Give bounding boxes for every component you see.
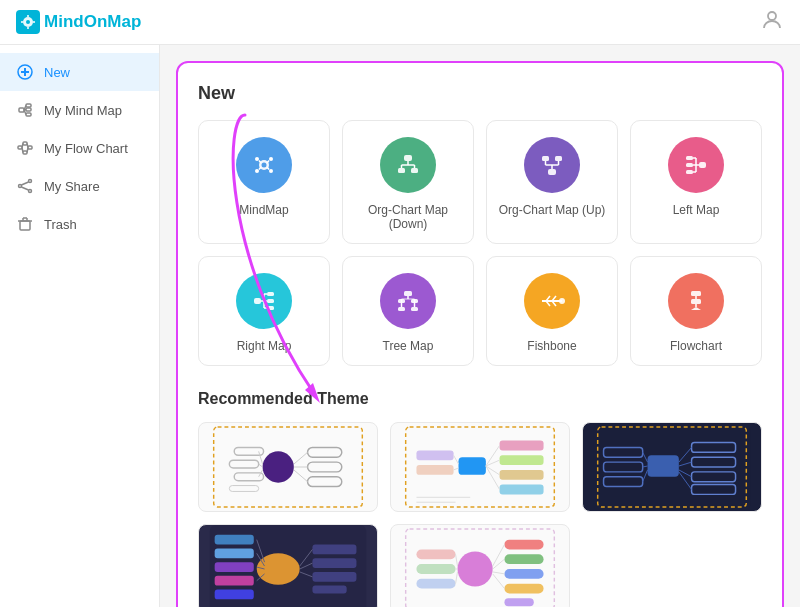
svg-rect-151 xyxy=(215,548,254,558)
svg-rect-60 xyxy=(699,162,706,168)
flowchart-label: Flowchart xyxy=(670,339,722,353)
svg-rect-121 xyxy=(416,450,453,460)
svg-rect-156 xyxy=(312,558,356,568)
svg-point-37 xyxy=(262,163,267,168)
map-card-left-map[interactable]: Left Map xyxy=(630,120,762,244)
sidebar: New My Mind Map xyxy=(0,45,160,607)
logo-text: MindOnMap xyxy=(44,12,141,32)
content-panel: New xyxy=(176,61,784,607)
svg-point-94 xyxy=(559,298,565,304)
svg-rect-154 xyxy=(215,590,254,600)
sidebar-item-new[interactable]: New xyxy=(0,53,159,91)
mindmap-icon-circle xyxy=(236,137,292,193)
map-card-org-down[interactable]: Org-Chart Map (Down) xyxy=(342,120,474,244)
svg-rect-17 xyxy=(18,146,22,149)
sidebar-item-mind-map-label: My Mind Map xyxy=(44,103,122,118)
map-card-tree-map[interactable]: Tree Map xyxy=(342,256,474,366)
svg-rect-81 xyxy=(398,307,405,311)
trash-icon xyxy=(16,215,34,233)
sidebar-item-my-flow-chart[interactable]: My Flow Chart xyxy=(0,129,159,167)
svg-point-1 xyxy=(26,20,30,24)
svg-line-180 xyxy=(456,554,458,566)
new-icon xyxy=(16,63,34,81)
right-map-icon-circle xyxy=(236,273,292,329)
svg-rect-120 xyxy=(500,485,544,495)
svg-line-24 xyxy=(27,148,28,153)
mindmap-label: MindMap xyxy=(239,203,288,217)
svg-rect-175 xyxy=(416,579,455,589)
sidebar-item-flow-chart-label: My Flow Chart xyxy=(44,141,128,156)
theme-card-2[interactable] xyxy=(390,422,570,512)
fishbone-icon-circle xyxy=(524,273,580,329)
svg-line-182 xyxy=(456,572,458,584)
svg-rect-11 xyxy=(26,104,31,107)
svg-line-128 xyxy=(454,468,459,470)
org-down-label: Org-Chart Map (Down) xyxy=(351,203,465,231)
sidebar-item-trash[interactable]: Trash xyxy=(0,205,159,243)
svg-line-178 xyxy=(493,572,505,574)
svg-line-42 xyxy=(259,161,261,164)
svg-marker-97 xyxy=(691,307,701,310)
svg-rect-48 xyxy=(411,168,418,173)
svg-line-45 xyxy=(267,167,269,170)
user-avatar-icon[interactable] xyxy=(760,8,784,37)
svg-point-27 xyxy=(19,185,22,188)
svg-rect-72 xyxy=(267,306,274,310)
svg-line-43 xyxy=(267,161,269,164)
svg-line-109 xyxy=(294,452,308,464)
new-section-title: New xyxy=(198,83,762,104)
svg-rect-47 xyxy=(398,168,405,173)
flowchart-icon-circle xyxy=(668,273,724,329)
svg-rect-46 xyxy=(404,155,412,161)
theme-card-dark2[interactable] xyxy=(198,524,378,607)
main-content: New xyxy=(160,45,800,607)
svg-point-25 xyxy=(29,180,32,183)
tree-map-icon-circle xyxy=(380,273,436,329)
map-card-fishbone[interactable]: Fishbone xyxy=(486,256,618,366)
org-up-label: Org-Chart Map (Up) xyxy=(499,203,606,217)
map-card-right-map[interactable]: Right Map xyxy=(198,256,330,366)
sidebar-item-trash-label: Trash xyxy=(44,217,77,232)
theme-card-dark[interactable] xyxy=(582,422,762,512)
svg-rect-173 xyxy=(416,549,455,559)
map-card-flowchart[interactable]: Flowchart xyxy=(630,256,762,366)
svg-line-111 xyxy=(294,470,308,482)
org-down-icon-circle xyxy=(380,137,436,193)
map-card-org-up[interactable]: Org-Chart Map (Up) xyxy=(486,120,618,244)
svg-rect-106 xyxy=(229,460,258,468)
svg-rect-19 xyxy=(23,151,27,154)
svg-rect-150 xyxy=(215,535,254,545)
svg-rect-54 xyxy=(542,156,549,161)
svg-point-26 xyxy=(29,190,32,193)
svg-rect-172 xyxy=(504,598,533,606)
sidebar-item-my-share[interactable]: My Share xyxy=(0,167,159,205)
svg-line-21 xyxy=(22,144,23,148)
svg-rect-12 xyxy=(26,108,31,111)
svg-rect-118 xyxy=(500,455,544,465)
left-map-label: Left Map xyxy=(673,203,720,217)
svg-point-39 xyxy=(269,157,273,161)
svg-rect-174 xyxy=(416,564,455,574)
svg-rect-62 xyxy=(686,163,693,167)
mind-map-icon xyxy=(16,101,34,119)
fishbone-label: Fishbone xyxy=(527,339,576,353)
svg-rect-133 xyxy=(648,455,679,477)
svg-point-38 xyxy=(255,157,259,161)
svg-rect-168 xyxy=(504,540,543,550)
app-header: MindOnMap xyxy=(0,0,800,45)
sidebar-item-share-label: My Share xyxy=(44,179,100,194)
sidebar-item-my-mind-map[interactable]: My Mind Map xyxy=(0,91,159,129)
svg-rect-104 xyxy=(308,477,342,487)
map-card-mindmap[interactable]: MindMap xyxy=(198,120,330,244)
theme-card-1[interactable] xyxy=(198,422,378,512)
svg-rect-18 xyxy=(23,142,27,145)
svg-rect-158 xyxy=(312,586,346,594)
svg-rect-171 xyxy=(504,584,543,594)
svg-rect-78 xyxy=(404,291,412,296)
theme-card-light3[interactable] xyxy=(390,524,570,607)
app-logo: MindOnMap xyxy=(16,10,141,34)
flow-chart-icon xyxy=(16,139,34,157)
svg-rect-108 xyxy=(229,486,258,492)
tree-map-label: Tree Map xyxy=(383,339,434,353)
svg-rect-63 xyxy=(686,170,693,174)
